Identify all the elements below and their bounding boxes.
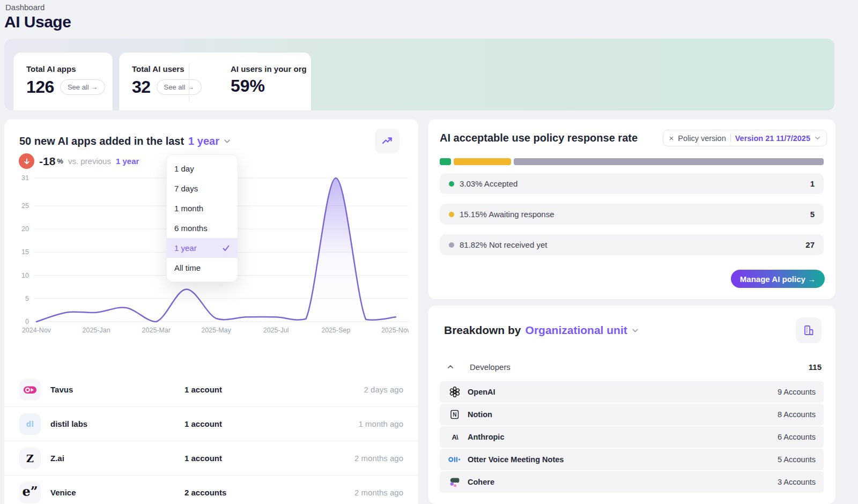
chevron-up-icon[interactable]: [446, 362, 455, 371]
total-ai-users-label: Total AI users: [132, 64, 184, 73]
ai-users-org-label: AI users in your org: [231, 64, 307, 73]
delta-row: -18 % vs. previous 1 year: [19, 153, 139, 169]
delta-value: -18: [39, 155, 55, 168]
dropdown-item-7-days[interactable]: 7 days: [167, 179, 238, 198]
ai-usage-dashboard: Dashboard AI Usage Total AI apps 126 See…: [0, 0, 858, 504]
divider: [189, 63, 189, 102]
notion-icon: N: [448, 409, 462, 420]
delta-unit: %: [57, 157, 63, 165]
org-view-toggle[interactable]: [796, 317, 822, 343]
app-row-zai[interactable]: Z Z.ai 1 account 2 months ago: [4, 441, 418, 476]
policy-version-label: Policy version: [678, 134, 726, 143]
svg-text:0: 0: [25, 318, 29, 325]
policy-version-filter[interactable]: × Policy version Version 21 11/7/2025: [663, 130, 827, 146]
svg-text:N: N: [453, 412, 456, 418]
divider: [730, 134, 731, 142]
amber-dot-icon: [449, 212, 454, 217]
recent-apps-list: Tavus 1 account 2 days ago dl distil lab…: [4, 373, 418, 504]
dropdown-item-1-day[interactable]: 1 day: [167, 159, 238, 179]
app-row-venice[interactable]: e” Venice 2 accounts 2 months ago: [4, 476, 418, 504]
policy-row-accepted: 3.03% Accepted 1: [440, 173, 824, 194]
see-all-apps-button[interactable]: See all →: [60, 79, 105, 95]
vendor-list: OpenAI 9 Accounts N Notion 8 Accounts A\…: [440, 381, 824, 493]
policy-progress-bar: [440, 158, 824, 165]
app-row-distil-labs[interactable]: dl distil labs 1 account 1 month ago: [4, 407, 418, 441]
delta-label: vs. previous: [68, 157, 111, 166]
chevron-down-icon[interactable]: [632, 327, 639, 334]
segment-awaiting: [454, 158, 511, 165]
chevron-down-icon[interactable]: [224, 138, 231, 145]
group-row-developers[interactable]: Developers 115: [428, 357, 835, 376]
policy-version-value: Version 21 11/7/2025: [735, 134, 810, 143]
dropdown-item-1-year[interactable]: 1 year: [167, 238, 238, 258]
svg-text:31: 31: [21, 174, 29, 182]
period-selector[interactable]: 1 year: [188, 135, 219, 147]
total-ai-apps-value: 126: [26, 77, 54, 97]
svg-text:2025-Jul: 2025-Jul: [263, 327, 289, 334]
anthropic-icon: A\: [448, 433, 462, 441]
svg-text:25: 25: [21, 202, 29, 210]
zai-icon: Z: [19, 448, 41, 469]
breakdown-card: Breakdown by Organizational unit Develop…: [428, 306, 835, 504]
svg-text:2025-Sep: 2025-Sep: [321, 327, 350, 334]
app-row-tavus[interactable]: Tavus 1 account 2 days ago: [4, 373, 418, 407]
svg-text:2025-Jan: 2025-Jan: [83, 327, 110, 334]
arrow-down-circle-icon: [19, 153, 34, 169]
svg-text:20: 20: [21, 225, 29, 233]
stats-banner: Total AI apps 126 See all → Total AI use…: [4, 39, 834, 110]
svg-text:2024-Nov: 2024-Nov: [22, 327, 51, 334]
breadcrumb[interactable]: Dashboard: [5, 3, 45, 12]
otter-icon: [448, 456, 462, 463]
breakdown-title: Breakdown by Organizational unit: [444, 324, 639, 337]
close-icon[interactable]: ×: [669, 134, 674, 143]
total-ai-users-value: 32: [132, 77, 151, 97]
total-ai-apps-label: Total AI apps: [26, 64, 76, 73]
svg-text:2025-May: 2025-May: [201, 327, 231, 334]
new-ai-apps-card: 50 new AI apps added in the last 1 year …: [4, 119, 418, 504]
svg-text:15: 15: [21, 248, 29, 256]
ai-users-org-value: 59%: [231, 76, 265, 96]
trending-up-icon: [381, 135, 394, 147]
building-icon: [802, 324, 815, 337]
svg-text:10: 10: [21, 272, 29, 279]
dropdown-item-all-time[interactable]: All time: [167, 258, 238, 278]
venice-icon: e”: [19, 482, 41, 503]
see-all-users-button[interactable]: See all →: [157, 79, 202, 95]
dropdown-item-6-months[interactable]: 6 months: [167, 218, 238, 238]
policy-card-title: AI acceptable use policy response rate: [440, 132, 638, 144]
openai-icon: [448, 386, 462, 398]
dropdown-item-1-month[interactable]: 1 month: [167, 198, 238, 218]
vendor-row-cohere[interactable]: Cohere 3 Accounts: [440, 471, 824, 493]
delta-period: 1 year: [116, 157, 139, 166]
chart-title: 50 new AI apps added in the last 1 year: [19, 135, 231, 147]
vendor-row-openai[interactable]: OpenAI 9 Accounts: [440, 381, 824, 403]
svg-text:5: 5: [25, 295, 29, 302]
manage-ai-policy-button[interactable]: Manage AI policy →: [731, 270, 825, 288]
tavus-icon: [19, 379, 41, 401]
breakdown-dimension-selector[interactable]: Organizational unit: [526, 324, 627, 337]
svg-text:2025-Nov: 2025-Nov: [381, 327, 409, 334]
trend-icon-box: [375, 129, 400, 153]
chart-title-text: 50 new AI apps added in the last: [19, 135, 184, 147]
check-icon: [222, 244, 230, 252]
vendor-row-notion[interactable]: N Notion 8 Accounts: [440, 404, 824, 425]
svg-text:2025-Mar: 2025-Mar: [142, 327, 171, 334]
distil-labs-icon: dl: [19, 413, 41, 435]
vendor-row-anthropic[interactable]: A\ Anthropic 6 Accounts: [440, 426, 824, 448]
total-ai-apps-card: Total AI apps 126 See all →: [13, 53, 113, 110]
segment-accepted: [440, 158, 451, 165]
policy-row-awaiting: 15.15% Awaiting response 5: [440, 204, 824, 225]
total-ai-users-card: Total AI users 32 See all → AI users in …: [119, 53, 311, 110]
cohere-icon: [448, 477, 462, 487]
policy-row-not-received: 81.82% Not received yet 27: [440, 234, 824, 255]
page-title: AI Usage: [4, 13, 71, 31]
green-dot-icon: [449, 181, 454, 187]
segment-not-received: [514, 158, 824, 165]
vendor-row-otter[interactable]: Otter Voice Meeting Notes 5 Accounts: [440, 449, 824, 470]
gray-dot-icon: [449, 242, 454, 248]
policy-response-card: AI acceptable use policy response rate ×…: [428, 119, 835, 299]
chevron-down-icon: [815, 135, 820, 141]
period-dropdown: 1 day 7 days 1 month 6 months 1 year All…: [166, 154, 238, 282]
